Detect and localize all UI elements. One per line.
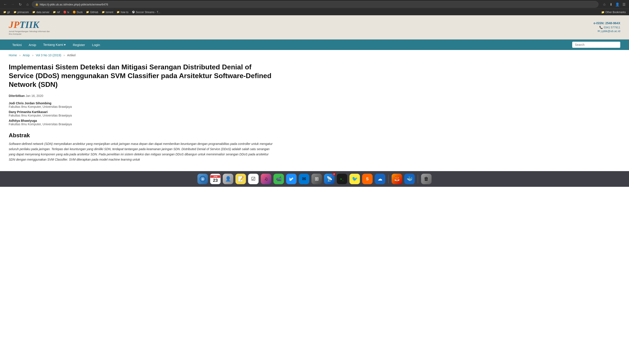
breadcrumb-volume[interactable]: Vol 3 No 10 (2019)	[36, 53, 61, 57]
article-meta: Diterbitkan Jan 16, 2020	[9, 94, 275, 97]
breadcrumb-sep-2: »	[32, 53, 34, 57]
dropdown-arrow-icon: ▾	[64, 43, 66, 46]
nav-arsip[interactable]: Arsip	[25, 40, 39, 50]
dock-separator-2	[418, 175, 418, 183]
dock-reminders[interactable]: ☑	[248, 174, 259, 184]
bookmark-ref-icon: 📁	[53, 11, 56, 13]
dock-calendar-date: 23	[213, 178, 218, 183]
website: JP TIIK Jurnal Pengembangan Teknologi In…	[0, 15, 629, 171]
dock-docker[interactable]: 🐳	[404, 174, 415, 184]
author-3-affil: Fakultas Ilmu Komputer, Universitas Braw…	[9, 122, 275, 126]
bookmark-torrent-icon: 📁	[102, 11, 105, 13]
bookmark-github-icon: 📁	[86, 11, 89, 13]
svg-text:🖥: 🖥	[201, 178, 204, 181]
search-input[interactable]	[572, 42, 620, 48]
bookmark-primacom-icon: 📁	[13, 11, 16, 13]
nav-terkini[interactable]: Terkini	[9, 40, 25, 50]
dock-firefox[interactable]: 🦊	[392, 174, 402, 184]
dock-trash[interactable]: 🗑	[421, 174, 432, 184]
home-button[interactable]: ⌂	[24, 1, 30, 7]
dock-facetime-icon: 📹	[276, 176, 282, 182]
bookmark-soccer-icon: ⚽	[132, 11, 135, 13]
dock-separator	[388, 175, 389, 183]
lock-icon: 🔒	[35, 3, 38, 6]
author-1-name: Jodi Chris Jordan Sihombing	[9, 101, 275, 105]
bookmarks-bar: 📁 git 📁 primacom 📁 data server 📁 ref 🔴 l…	[0, 9, 629, 15]
dock-contacts[interactable]: 👤	[223, 174, 233, 184]
bookmark-duck-icon: 🟠	[73, 11, 76, 13]
dock-reminders-icon: ☑	[251, 176, 256, 182]
bookmark-ref[interactable]: 📁 ref	[51, 10, 61, 14]
dock-facetime[interactable]: 📹	[274, 174, 284, 184]
breadcrumb-home[interactable]: Home	[9, 53, 17, 57]
email-address: ✉ j-ptiik@ub.ac.id	[594, 29, 620, 33]
reload-button[interactable]: ↻	[17, 1, 23, 7]
dock-wireless[interactable]: 📡 2	[324, 174, 334, 184]
other-bookmarks[interactable]: 📁 Other Bookmarks	[600, 10, 627, 14]
published-label: Diterbitkan	[9, 94, 25, 97]
bookmark-lv-icon: 🔴	[63, 11, 66, 13]
breadcrumb-sep-1: »	[19, 53, 21, 57]
bookmark-primacom[interactable]: 📁 primacom	[12, 10, 30, 14]
bookmark-howto[interactable]: 📁 how to	[115, 10, 130, 14]
breadcrumb-arsip[interactable]: Arsip	[23, 53, 30, 57]
dock-notes[interactable]: 📝	[235, 174, 246, 184]
breadcrumb-current: Artikel	[67, 53, 76, 57]
dock-terminal-icon: >_	[340, 177, 344, 181]
phone-number: 📞 0341 577911	[594, 26, 620, 29]
nav-register[interactable]: Register	[69, 40, 88, 50]
dock-calendar[interactable]: JAN 23	[210, 174, 221, 184]
breadcrumb: Home » Arsip » Vol 3 No 10 (2019) » Arti…	[0, 50, 629, 60]
dock-wireless-badge: 2	[333, 173, 335, 176]
macos-dock: 🖥 JAN 23 👤 📝 ☑ ♫ 📹 ✉ ⊞ 📡 2 >_ 🐦 S ☁	[0, 171, 629, 187]
dock-outlook-icon: ✉	[302, 176, 306, 182]
bookmark-torrent[interactable]: 📁 torrent	[100, 10, 115, 14]
bookmark-dataserver[interactable]: 📁 data server	[31, 10, 51, 14]
nav-tentang-kami[interactable]: Tentang Kami ▾	[40, 40, 69, 50]
site-header: JP TIIK Jurnal Pengembangan Teknologi In…	[0, 15, 629, 39]
published-date: Jan 16, 2020	[25, 94, 43, 97]
dock-music[interactable]: ♫	[261, 174, 271, 184]
abstract-title: Abstrak	[9, 132, 275, 139]
breadcrumb-sep-3: »	[63, 53, 65, 57]
author-3: Adhitya Bhawiyuga Fakultas Ilmu Komputer…	[9, 119, 275, 126]
nav-login[interactable]: Login	[88, 40, 104, 50]
logo-subtitle: Jurnal Pengembangan Teknologi Informasi …	[9, 30, 52, 35]
author-1-affil: Fakultas Ilmu Komputer, Universitas Braw…	[9, 105, 275, 108]
dock-outlook[interactable]: ✉	[299, 174, 309, 184]
bookmark-git[interactable]: 📁 git	[2, 10, 11, 14]
author-2-affil: Fakultas Ilmu Komputer, Universitas Braw…	[9, 114, 275, 117]
bookmark-star-icon[interactable]: ☆	[602, 1, 607, 7]
dock-launchpad[interactable]: ⊞	[312, 174, 322, 184]
dock-vscode[interactable]	[286, 174, 297, 184]
dock-finder[interactable]: 🖥	[197, 174, 208, 184]
dock-sublime[interactable]: S	[362, 174, 373, 184]
bookmark-soccer[interactable]: ⚽ Soccer Streams - T...	[130, 10, 162, 14]
bookmark-duck[interactable]: 🟠 Duck	[71, 10, 84, 14]
extensions-icon[interactable]: ⬇	[608, 1, 614, 7]
article-title: Implementasi Sistem Deteksi dan Mitigasi…	[9, 63, 275, 89]
back-button[interactable]: ←	[2, 1, 8, 7]
bookmark-lv[interactable]: 🔴 lv	[62, 10, 71, 14]
dock-cyberduck[interactable]: 🐦	[349, 174, 360, 184]
bookmark-dataserver-icon: 📁	[32, 11, 35, 13]
dock-notes-icon: 📝	[238, 176, 244, 182]
dock-s3files[interactable]: ☁	[375, 174, 385, 184]
profile-icon[interactable]: 👤	[615, 1, 620, 7]
article-content: Implementasi Sistem Deteksi dan Mitigasi…	[0, 60, 284, 171]
browser-chrome: ← → ↻ ⌂ 🔒 https://j-ptiik.ub.ac.id/index…	[0, 0, 629, 15]
dock-terminal[interactable]: >_	[337, 174, 347, 184]
dock-calendar-month: JAN	[210, 175, 220, 178]
site-contact: e-ISSN: 2548-964X 📞 0341 577911 ✉ j-ptii…	[594, 21, 620, 33]
author-1: Jodi Chris Jordan Sihombing Fakultas Ilm…	[9, 101, 275, 108]
address-bar[interactable]: 🔒 https://j-ptiik.ub.ac.id/index.php/j-p…	[32, 1, 599, 8]
url-text: https://j-ptiik.ub.ac.id/index.php/j-pti…	[40, 3, 108, 6]
dock-cyberduck-icon: 🐦	[352, 176, 358, 182]
browser-actions: ☆ ⬇ 👤 ☰	[602, 1, 627, 7]
bookmark-github[interactable]: 📁 GitHub	[85, 10, 100, 14]
forward-button[interactable]: →	[9, 1, 16, 7]
menu-icon[interactable]: ☰	[621, 1, 627, 7]
bookmark-howto-icon: 📁	[117, 11, 120, 13]
dock-music-icon: ♫	[264, 176, 268, 182]
dock-docker-icon: 🐳	[407, 176, 413, 182]
